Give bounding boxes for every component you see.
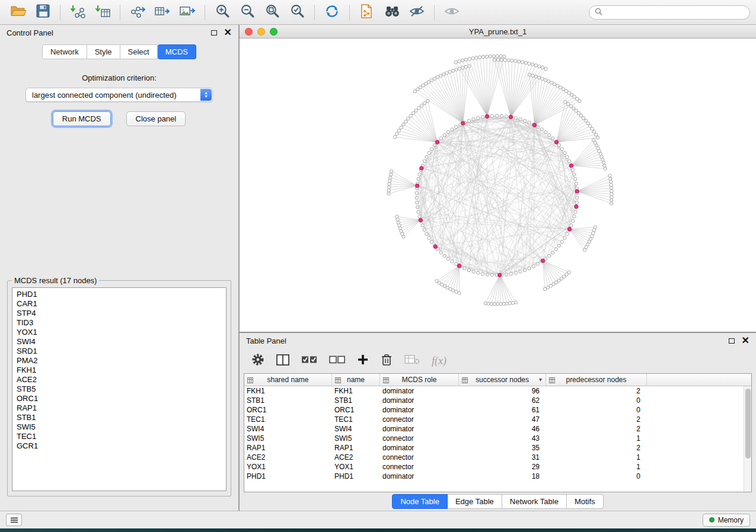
zoom-selected-button[interactable]	[285, 3, 309, 22]
result-node[interactable]: SRD1	[17, 347, 226, 356]
zoom-selected-icon	[290, 4, 305, 21]
cell-shared-name: SWI4	[244, 425, 332, 433]
result-node[interactable]: STB1	[17, 413, 226, 422]
result-node[interactable]: ORC1	[17, 394, 226, 403]
tab-node-table[interactable]: Node Table	[392, 494, 448, 509]
close-window-button[interactable]	[245, 28, 253, 36]
zoom-fit-button[interactable]	[260, 3, 284, 22]
control-panel: Control Panel ✕ NetworkStyleSelectMCDS O…	[0, 25, 240, 511]
apply-layout-button[interactable]	[320, 3, 344, 22]
import-network-button[interactable]	[66, 3, 90, 22]
table-row[interactable]: TEC1TEC1connector472	[244, 415, 744, 424]
share-document-button[interactable]	[355, 3, 379, 22]
result-node[interactable]: ACE2	[17, 375, 226, 384]
table-row[interactable]: RAP1RAP1dominator352	[244, 443, 744, 453]
mcds-result-title: MCDS result (17 nodes)	[12, 276, 99, 285]
cell-successor-nodes: 43	[459, 434, 546, 443]
minimize-window-button[interactable]	[257, 28, 265, 36]
result-node[interactable]: SWI4	[17, 337, 226, 347]
export-network-button[interactable]	[126, 3, 149, 22]
column-header-label: MCDS role	[402, 376, 437, 384]
result-node[interactable]: SWI5	[17, 422, 226, 432]
result-node[interactable]: RAP1	[17, 403, 226, 413]
result-node[interactable]: TEC1	[17, 432, 226, 441]
sort-indicator-icon[interactable]: ▾	[539, 376, 542, 383]
result-node[interactable]: CAR1	[17, 299, 226, 309]
tab-select[interactable]: Select	[120, 44, 158, 59]
table-row[interactable]: ACE2ACE2connector311	[244, 453, 744, 462]
select-all-button[interactable]	[301, 355, 317, 367]
table-row[interactable]: PHD1PHD1dominator180	[244, 472, 744, 481]
table-row[interactable]: SWI4SWI4dominator462	[244, 424, 744, 434]
column-header-successor-nodes[interactable]: successor nodes▾	[459, 374, 546, 386]
search-input[interactable]	[606, 8, 744, 17]
find-button[interactable]	[380, 3, 404, 22]
scrollbar-thumb[interactable]	[745, 389, 751, 459]
tab-edge-table[interactable]: Edge Table	[448, 494, 502, 509]
optimization-criterion-label: Optimization criterion:	[0, 73, 238, 82]
column-header-mcds-role[interactable]: MCDS role	[380, 374, 459, 386]
open-session-button[interactable]	[6, 3, 30, 22]
cell-predecessor-nodes: 1	[546, 463, 647, 471]
run-mcds-button[interactable]: Run MCDS	[53, 111, 111, 126]
table-mode-button[interactable]	[251, 353, 264, 368]
network-canvas[interactable]	[240, 39, 756, 332]
column-header-name[interactable]: name	[332, 374, 380, 386]
column-attribute-icon	[247, 377, 253, 385]
hide-results-button[interactable]	[405, 3, 429, 22]
import-table-icon	[95, 4, 110, 21]
close-table-panel-icon[interactable]: ✕	[742, 337, 749, 344]
close-panel-button[interactable]: Close panel	[126, 111, 186, 126]
zoom-fit-icon	[265, 4, 280, 21]
result-node[interactable]: FKH1	[17, 366, 226, 375]
zoom-out-button[interactable]	[235, 3, 259, 22]
tab-mcds[interactable]: MCDS	[158, 44, 196, 59]
create-column-button[interactable]	[357, 354, 369, 368]
mcds-result-list[interactable]: PHD1CAR1STP4TID3YOX1SWI4SRD1PMA2FKH1ACE2…	[12, 287, 227, 491]
result-node[interactable]: TID3	[17, 318, 226, 328]
maximize-window-button[interactable]	[270, 28, 277, 36]
search-box[interactable]	[589, 5, 750, 20]
export-image-button[interactable]	[176, 3, 199, 22]
result-node[interactable]: GCR1	[17, 441, 226, 451]
table-row[interactable]: SWI5SWI5connector431	[244, 434, 744, 443]
result-node[interactable]: PMA2	[17, 356, 226, 366]
table-vertical-scrollbar[interactable]	[744, 386, 751, 492]
result-node[interactable]: STB5	[17, 384, 226, 394]
table-row[interactable]: ORC1ORC1dominator610	[244, 405, 744, 415]
float-panel-icon[interactable]	[211, 30, 217, 36]
open-folder-icon	[10, 4, 26, 20]
show-results-button[interactable]	[440, 3, 464, 22]
memory-button[interactable]: Memory	[703, 514, 750, 527]
tab-motifs[interactable]: Motifs	[567, 494, 604, 509]
zoom-in-button[interactable]	[210, 3, 234, 22]
float-table-panel-icon[interactable]	[729, 338, 735, 344]
tab-style[interactable]: Style	[87, 44, 120, 59]
export-network-icon	[130, 4, 145, 21]
delete-columns-button[interactable]	[381, 353, 393, 368]
result-node[interactable]: PHD1	[17, 290, 226, 299]
table-row[interactable]: STB1STB1dominator620	[244, 396, 744, 405]
import-table-button[interactable]	[91, 3, 114, 22]
checked-boxes-icon	[301, 355, 317, 367]
result-node[interactable]: STP4	[17, 309, 226, 318]
deselect-all-button[interactable]	[329, 355, 345, 367]
criterion-dropdown[interactable]: largest connected component (undirected)…	[25, 88, 213, 102]
close-panel-icon[interactable]: ✕	[224, 29, 232, 36]
cell-successor-nodes: 31	[459, 453, 546, 462]
column-header-predecessor-nodes[interactable]: predecessor nodes	[546, 374, 647, 386]
cell-mcds-role: dominator	[380, 396, 459, 405]
save-session-button[interactable]	[31, 3, 55, 22]
result-node[interactable]: YOX1	[17, 328, 226, 337]
show-columns-button[interactable]	[276, 354, 289, 368]
zoom-in-icon	[215, 4, 230, 21]
export-table-button[interactable]	[151, 3, 174, 22]
table-row[interactable]: YOX1YOX1connector291	[244, 462, 744, 472]
tab-network-table[interactable]: Network Table	[502, 494, 567, 509]
export-table-icon	[155, 4, 170, 21]
tab-network[interactable]: Network	[42, 44, 87, 59]
table-row[interactable]: FKH1FKH1dominator962	[244, 386, 744, 396]
column-header-shared-name[interactable]: shared name	[244, 374, 332, 386]
share-document-icon	[360, 4, 374, 21]
status-menu-button[interactable]	[6, 514, 22, 526]
